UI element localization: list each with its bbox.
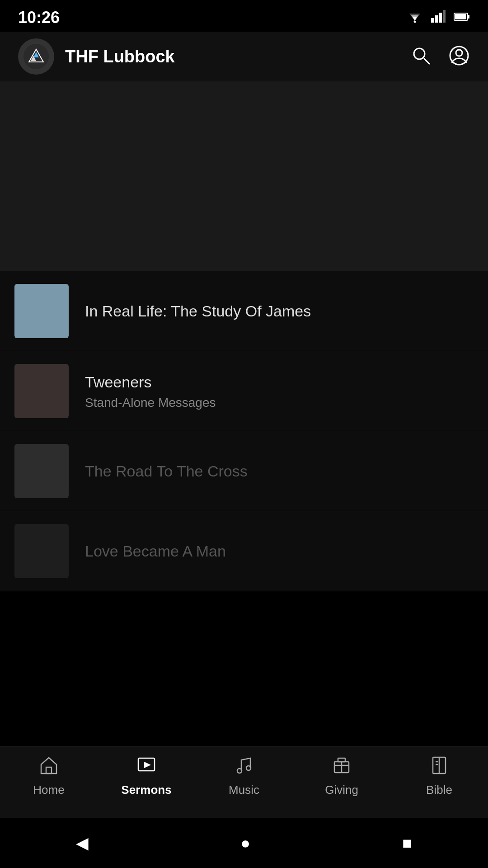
app-title: THF Lubbock — [65, 47, 175, 66]
nav-item-music[interactable]: Music — [195, 755, 293, 797]
svg-rect-10 — [455, 14, 466, 19]
header-right — [410, 45, 470, 68]
signal-icon — [431, 10, 446, 26]
nav-item-giving[interactable]: Giving — [293, 755, 390, 797]
sermon-info-2: Tweeners Stand-Alone Messages — [85, 372, 474, 410]
svg-rect-6 — [439, 13, 442, 23]
sermon-item-4[interactable]: Love Became A Man — [0, 511, 488, 591]
sermon-title-2: Tweeners — [85, 372, 474, 392]
svg-rect-25 — [338, 758, 345, 762]
nav-item-bible[interactable]: Bible — [390, 755, 488, 797]
app-logo — [18, 38, 54, 75]
bottom-nav: Home Sermons Music — [0, 746, 488, 818]
sermon-thumbnail-4 — [14, 524, 69, 578]
sermon-item-2[interactable]: Tweeners Stand-Alone Messages — [0, 351, 488, 431]
sermon-info-4: Love Became A Man — [85, 541, 474, 561]
wifi-icon — [407, 10, 423, 26]
status-bar: 10:26 — [0, 0, 488, 32]
sermon-info-1: In Real Life: The Study Of James — [85, 301, 474, 321]
search-button[interactable] — [410, 45, 432, 68]
nav-label-sermons: Sermons — [121, 783, 171, 797]
nav-label-home: Home — [33, 783, 64, 797]
app-header: THF Lubbock — [0, 32, 488, 81]
svg-point-18 — [456, 50, 462, 56]
hero-banner — [0, 81, 488, 271]
giving-icon — [332, 755, 352, 778]
nav-item-sermons[interactable]: Sermons — [98, 755, 195, 797]
sermon-subtitle-2: Stand-Alone Messages — [85, 396, 474, 410]
status-icons — [407, 10, 470, 26]
nav-item-home[interactable]: Home — [0, 755, 98, 797]
svg-rect-7 — [443, 10, 446, 23]
sermon-item-3[interactable]: The Road To The Cross — [0, 431, 488, 511]
recents-button[interactable]: ■ — [402, 834, 412, 853]
sermon-title-3: The Road To The Cross — [85, 461, 474, 481]
nav-label-giving: Giving — [325, 783, 358, 797]
header-left: THF Lubbock — [18, 38, 175, 75]
svg-rect-19 — [46, 767, 52, 774]
sermon-title-1: In Real Life: The Study Of James — [85, 301, 474, 321]
svg-line-16 — [424, 58, 430, 64]
home-icon — [39, 755, 59, 778]
back-button[interactable]: ◀ — [76, 834, 89, 853]
system-nav: ◀ ● ■ — [0, 818, 488, 868]
svg-point-3 — [414, 20, 416, 23]
sermon-thumbnail-3 — [14, 444, 69, 498]
svg-rect-9 — [468, 15, 469, 19]
sermon-list: In Real Life: The Study Of James Tweener… — [0, 271, 488, 591]
svg-rect-5 — [435, 15, 438, 23]
status-time: 10:26 — [18, 8, 60, 27]
svg-marker-21 — [144, 762, 151, 768]
sermons-icon — [136, 755, 156, 778]
nav-label-music: Music — [229, 783, 259, 797]
nav-label-bible: Bible — [426, 783, 452, 797]
sermon-item-1[interactable]: In Real Life: The Study Of James — [0, 271, 488, 351]
battery-icon — [454, 10, 470, 25]
music-icon — [234, 755, 254, 778]
bible-icon — [429, 755, 449, 778]
sermon-thumbnail-1 — [14, 284, 69, 338]
svg-point-15 — [414, 48, 425, 59]
sermon-title-4: Love Became A Man — [85, 541, 474, 561]
sermon-info-3: The Road To The Cross — [85, 461, 474, 481]
home-button[interactable]: ● — [240, 834, 250, 853]
sermon-thumbnail-2 — [14, 364, 69, 418]
svg-rect-4 — [431, 18, 434, 23]
profile-button[interactable] — [448, 45, 470, 68]
